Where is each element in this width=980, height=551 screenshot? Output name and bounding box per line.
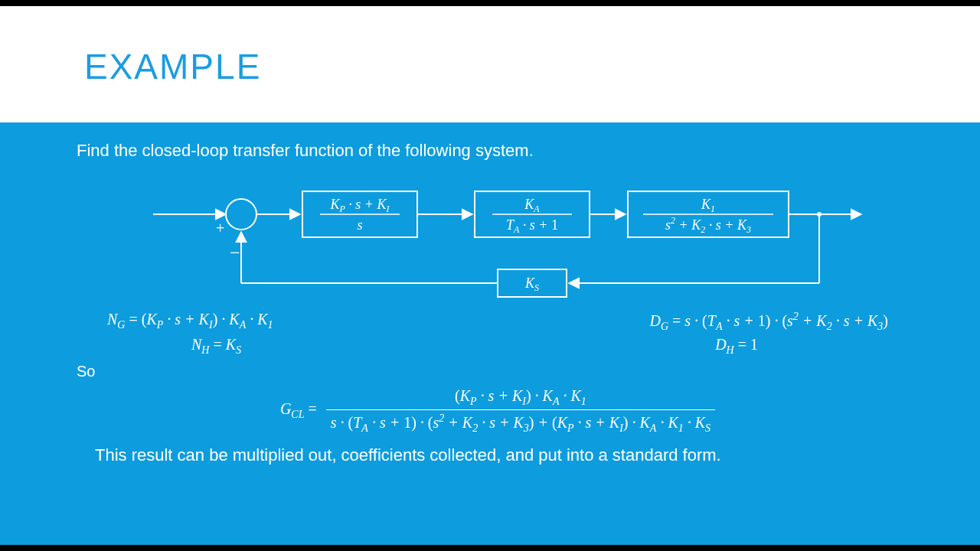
content-panel: Find the closed-loop transfer function o… — [0, 122, 980, 545]
block1-num: KP · s + KI — [329, 197, 390, 214]
block-diagram: + − KP · s + KI s KA TA · s + 1 K1 s2 + … — [122, 168, 873, 306]
eq-dg: DG = s · (TA · s + 1) · (s2 + K2 · s + K… — [649, 311, 888, 333]
eq-dh: DH = 1 — [715, 336, 758, 357]
block2-num: KA — [524, 197, 540, 214]
gcl-denominator: s · (TA · s + 1) · (s2 + K2 · s + K3) + … — [326, 409, 715, 435]
eq-ng: NG = (KP · s + KI) · KA · K1 — [107, 311, 273, 333]
block-sensor-label: KS — [524, 276, 539, 293]
summing-junction — [226, 199, 256, 230]
top-black-bar — [0, 0, 980, 6]
note-text: This result can be multiplied out, coeff… — [95, 445, 919, 465]
block2-den: TA · s + 1 — [506, 217, 558, 235]
bottom-black-bar — [0, 545, 980, 551]
block1-den: s — [357, 217, 362, 233]
equation-row-2: NH = KS DH = 1 — [107, 336, 888, 357]
minus-sign: − — [230, 243, 240, 262]
prompt-text: Find the closed-loop transfer function o… — [77, 141, 919, 161]
gcl-numerator: (KP · s + KI) · KA · K1 — [450, 386, 591, 410]
slide-title: EXAMPLE — [84, 46, 261, 87]
plus-sign: + — [216, 220, 224, 236]
block3-den: s2 + K2 · s + K3 — [665, 215, 751, 235]
eq-gcl: GCL = (KP · s + KI) · KA · K1 s · (TA · … — [77, 386, 919, 435]
eq-nh: NH = KS — [191, 336, 241, 357]
gcl-lhs: GCL = — [280, 400, 317, 421]
so-label: So — [77, 363, 919, 380]
block3-num: K1 — [701, 197, 715, 214]
equation-row-1: NG = (KP · s + KI) · KA · K1 DG = s · (T… — [107, 311, 888, 333]
